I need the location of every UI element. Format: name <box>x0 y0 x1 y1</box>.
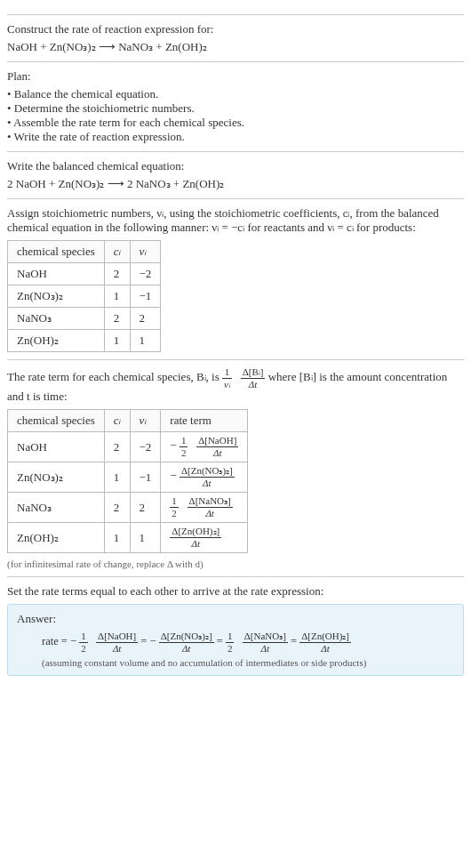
rateterm-section: The rate term for each chemical species,… <box>7 359 464 569</box>
table-row: Zn(OH)₂ 1 1 Δ[Zn(OH)₂]Δt <box>8 523 248 553</box>
plan-title: Plan: <box>7 69 464 84</box>
cell-ci: 2 <box>104 432 130 462</box>
table-header-row: chemical species cᵢ νᵢ <box>8 241 161 263</box>
stoich-intro: Assign stoichiometric numbers, νᵢ, using… <box>7 206 464 235</box>
frac-delta: Δ[Zn(OH)₂]Δt <box>170 526 221 549</box>
answer-box: Answer: rate = − 12 Δ[NaOH]Δt = − Δ[Zn(N… <box>7 604 464 676</box>
final-section: Set the rate terms equal to each other t… <box>7 576 464 676</box>
stoich-table: chemical species cᵢ νᵢ NaOH 2 −2 Zn(NO₃)… <box>7 240 161 352</box>
table-row: Zn(NO₃)₂ 1 −1 <box>8 285 161 308</box>
plan-list: • Balance the chemical equation. • Deter… <box>7 87 464 144</box>
cell-ci: 2 <box>104 308 130 330</box>
frac-coef: 1 νᵢ <box>222 367 232 390</box>
table-header-row: chemical species cᵢ νᵢ rate term <box>8 410 248 432</box>
plan-item: • Write the rate of reaction expression. <box>7 130 464 144</box>
frac-delta: Δ[Zn(NO₃)₂]Δt <box>180 466 235 488</box>
cell-species: NaNO₃ <box>8 308 105 330</box>
cell-vi: −2 <box>130 263 161 285</box>
unbalanced-equation: NaOH + Zn(NO₃)₂ ⟶ NaNO₃ + Zn(OH)₂ <box>7 40 464 54</box>
col-vi: νᵢ <box>130 410 161 432</box>
table-row: Zn(OH)₂ 1 1 <box>8 330 161 352</box>
col-ci: cᵢ <box>104 241 130 263</box>
col-species: chemical species <box>8 410 105 432</box>
cell-vi: 2 <box>130 308 161 330</box>
frac-coef: 12 <box>170 496 179 518</box>
final-title: Set the rate terms equal to each other t… <box>7 584 464 599</box>
table-row: NaNO₃ 2 2 <box>8 308 161 330</box>
col-ci: cᵢ <box>104 410 130 432</box>
cell-vi: −2 <box>130 432 161 462</box>
cell-species: Zn(NO₃)₂ <box>8 462 105 493</box>
problem-statement: Construct the rate of reaction expressio… <box>7 14 464 54</box>
cell-ci: 1 <box>104 330 130 352</box>
cell-species: Zn(NO₃)₂ <box>8 285 105 308</box>
cell-ci: 1 <box>104 523 130 553</box>
balanced-title: Write the balanced chemical equation: <box>7 159 464 173</box>
balanced-section: Write the balanced chemical equation: 2 … <box>7 151 464 191</box>
answer-assumption: (assuming constant volume and no accumul… <box>42 657 454 668</box>
cell-vi: 1 <box>130 330 161 352</box>
frac-delta: Δ[Zn(OH)₂]Δt <box>299 631 351 654</box>
cell-rate: Δ[Zn(OH)₂]Δt <box>161 523 248 553</box>
col-species: chemical species <box>8 241 105 263</box>
frac-delta: Δ[NaNO₃]Δt <box>243 631 288 654</box>
answer-label: Answer: <box>17 612 454 626</box>
infinitesimal-note: (for infinitesimal rate of change, repla… <box>7 559 464 569</box>
cell-vi: −1 <box>130 462 161 493</box>
cell-ci: 2 <box>104 263 130 285</box>
plan-item: • Determine the stoichiometric numbers. <box>7 101 464 116</box>
frac-delta: Δ[NaOH]Δt <box>96 631 138 654</box>
table-row: Zn(NO₃)₂ 1 −1 − Δ[Zn(NO₃)₂]Δt <box>8 462 248 493</box>
rateterm-table: chemical species cᵢ νᵢ rate term NaOH 2 … <box>7 409 248 553</box>
rateterm-intro: The rate term for each chemical species,… <box>7 367 464 404</box>
table-row: NaOH 2 −2 <box>8 263 161 285</box>
frac-coef: 12 <box>226 631 235 654</box>
col-vi: νᵢ <box>130 241 161 263</box>
frac-delta: Δ[NaNO₃]Δt <box>188 496 233 518</box>
balanced-equation: 2 NaOH + Zn(NO₃)₂ ⟶ 2 NaNO₃ + Zn(OH)₂ <box>7 177 464 191</box>
cell-ci: 1 <box>104 462 130 493</box>
cell-species: NaNO₃ <box>8 493 105 523</box>
frac-delta: Δ[Bᵢ] Δt <box>241 367 266 390</box>
cell-ci: 1 <box>104 285 130 308</box>
cell-rate: − Δ[Zn(NO₃)₂]Δt <box>161 462 248 493</box>
frac-delta: Δ[Zn(NO₃)₂]Δt <box>159 631 214 654</box>
cell-rate: − 12 Δ[NaOH]Δt <box>161 432 248 462</box>
cell-species: Zn(OH)₂ <box>8 523 105 553</box>
prompt-text: Construct the rate of reaction expressio… <box>7 22 464 36</box>
frac-coef: 12 <box>79 631 88 654</box>
cell-species: NaOH <box>8 263 105 285</box>
plan-section: Plan: • Balance the chemical equation. •… <box>7 61 464 144</box>
cell-ci: 2 <box>104 493 130 523</box>
cell-rate: 12 Δ[NaNO₃]Δt <box>161 493 248 523</box>
table-row: NaOH 2 −2 − 12 Δ[NaOH]Δt <box>8 432 248 462</box>
table-row: NaNO₃ 2 2 12 Δ[NaNO₃]Δt <box>8 493 248 523</box>
col-rate: rate term <box>161 410 248 432</box>
plan-item: • Balance the chemical equation. <box>7 87 464 101</box>
cell-vi: 2 <box>130 493 161 523</box>
cell-vi: −1 <box>130 285 161 308</box>
stoich-section: Assign stoichiometric numbers, νᵢ, using… <box>7 198 464 352</box>
rate-expression: rate = − 12 Δ[NaOH]Δt = − Δ[Zn(NO₃)₂]Δt … <box>42 631 454 654</box>
cell-vi: 1 <box>130 523 161 553</box>
frac-coef: 12 <box>180 436 188 458</box>
cell-species: NaOH <box>8 432 105 462</box>
cell-species: Zn(OH)₂ <box>8 330 105 352</box>
frac-delta: Δ[NaOH]Δt <box>196 436 238 458</box>
plan-item: • Assemble the rate term for each chemic… <box>7 116 464 130</box>
